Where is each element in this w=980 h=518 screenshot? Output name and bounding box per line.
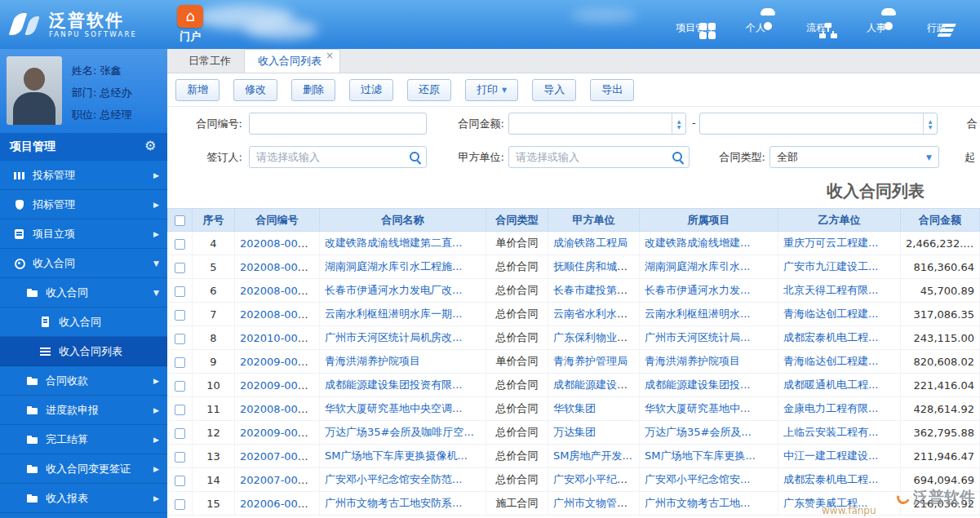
- contract-no-input[interactable]: [249, 113, 427, 135]
- print-button[interactable]: 打印▼: [465, 79, 518, 101]
- project-link[interactable]: 青海洪湖养护院项目: [645, 355, 740, 367]
- sidebar-item-progress-payment[interactable]: 进度款申报▶: [0, 396, 167, 425]
- sidebar-item-contract-change-visa[interactable]: 收入合同变更签证▶: [0, 454, 167, 484]
- contract-code-link[interactable]: 202009-00005: [240, 379, 318, 392]
- tab-income-contract-list[interactable]: 收入合同列表: [244, 49, 340, 73]
- contract-code-link[interactable]: 202007-00002: [240, 474, 318, 486]
- contract-code-link[interactable]: 202009-00004: [240, 427, 318, 439]
- header-nav-project-management[interactable]: 项目管理: [672, 19, 719, 35]
- sidebar-item-income-contract-group[interactable]: 收入合同▼: [0, 278, 167, 308]
- party-b-link[interactable]: 成都暖通机电工程...: [783, 379, 878, 391]
- project-link[interactable]: 改建铁路成渝线增建...: [645, 237, 750, 249]
- row-checkbox[interactable]: [175, 310, 185, 321]
- party-a-link[interactable]: 广州市文物管理研...: [553, 497, 640, 509]
- select-all-checkbox[interactable]: [175, 215, 185, 226]
- contract-code-link[interactable]: 202007-00003: [240, 450, 318, 463]
- party-b-link[interactable]: 青海临达创工程建...: [783, 355, 878, 367]
- row-checkbox[interactable]: [175, 499, 185, 510]
- party-a-link[interactable]: 万达集团: [553, 426, 596, 438]
- party-a-link[interactable]: 成都能源建设集...: [553, 379, 637, 391]
- project-link[interactable]: SM广场地下车库更换...: [645, 449, 756, 462]
- spinner-arrows-icon[interactable]: ▲▼: [672, 113, 685, 134]
- sidebar-section-header[interactable]: 项目管理: [0, 133, 167, 161]
- project-link[interactable]: 成都能源建设集团投...: [645, 379, 750, 391]
- party-a-link[interactable]: 华软集团: [553, 402, 596, 414]
- contract-code-link[interactable]: 202009-00006: [240, 356, 318, 368]
- party-a-input[interactable]: [508, 146, 690, 168]
- party-a-link[interactable]: 云南省水利水电...: [553, 308, 637, 320]
- party-b-link[interactable]: 上临云安装工程有...: [783, 426, 878, 438]
- sidebar-item-income-contract-entry[interactable]: 收入合同: [0, 308, 167, 337]
- sidebar-item-income-report[interactable]: 收入报表▶: [0, 484, 167, 513]
- row-checkbox[interactable]: [175, 263, 185, 273]
- project-link[interactable]: 云南水利枢纽潜明水...: [645, 308, 750, 320]
- gear-icon[interactable]: [144, 140, 157, 153]
- add-button[interactable]: 新增: [175, 79, 220, 101]
- sidebar-item-project-initiation[interactable]: 项目立项▶: [0, 219, 167, 249]
- filter-button[interactable]: 过滤: [349, 79, 393, 101]
- row-checkbox[interactable]: [175, 239, 185, 250]
- contract-name-link[interactable]: 万达广场35#会所及咖啡厅空...: [325, 426, 474, 438]
- party-a-link[interactable]: SM房地产开发...: [553, 449, 632, 462]
- restore-button[interactable]: 还原: [407, 79, 451, 101]
- row-checkbox[interactable]: [175, 428, 185, 439]
- party-a-link[interactable]: 广安邓小平纪念...: [553, 473, 637, 485]
- project-link[interactable]: 广安邓小平纪念馆安...: [645, 473, 750, 485]
- contract-code-link[interactable]: 202008-00005: [240, 403, 318, 415]
- party-b-link[interactable]: 重庆万可云工程建...: [783, 237, 878, 249]
- row-checkbox[interactable]: [175, 286, 185, 297]
- party-a-link[interactable]: 广东保利物业管...: [553, 331, 637, 343]
- contract-code-link[interactable]: 202008-00009: [240, 237, 318, 250]
- amount-to-input[interactable]: [699, 113, 938, 135]
- contract-code-link[interactable]: 202008-00007: [240, 285, 318, 297]
- party-a-link[interactable]: 成渝铁路工程局: [553, 237, 627, 249]
- row-checkbox[interactable]: [175, 476, 185, 486]
- spinner-arrows-icon[interactable]: ▲▼: [923, 113, 937, 134]
- export-button[interactable]: 导出: [590, 79, 634, 101]
- contract-code-link[interactable]: 202008-00006: [240, 308, 318, 321]
- row-checkbox[interactable]: [175, 405, 185, 415]
- header-nav-hr[interactable]: 人事: [853, 19, 900, 35]
- sidebar-item-completion-settlement[interactable]: 完工结算▶: [0, 425, 167, 454]
- header-nav-personal[interactable]: 个人: [732, 19, 779, 35]
- contract-code-link[interactable]: 202010-00007: [240, 332, 318, 344]
- signer-input[interactable]: [249, 146, 427, 168]
- party-b-link[interactable]: 广东赞美威工程...: [783, 497, 867, 509]
- contract-type-select[interactable]: 全部 ▼: [769, 146, 939, 168]
- party-a-link[interactable]: 青海养护管理局: [553, 355, 627, 367]
- contract-name-link[interactable]: 广州市天河区统计局机房改...: [325, 331, 462, 343]
- header-nav-admin[interactable]: 行政: [913, 19, 960, 35]
- party-b-link[interactable]: 金康电力工程有限...: [783, 402, 878, 414]
- row-checkbox[interactable]: [175, 334, 185, 344]
- search-icon[interactable]: [672, 151, 685, 164]
- party-b-link[interactable]: 北京天得工程有限...: [783, 284, 878, 296]
- contract-name-link[interactable]: 云南水利枢纽潜明水库一期...: [325, 308, 462, 320]
- contract-name-link[interactable]: 湖南洞庭湖水库引水工程施...: [325, 260, 462, 272]
- sidebar-item-tender-management[interactable]: 招标管理▶: [0, 190, 167, 219]
- sidebar-item-bid-management[interactable]: 投标管理▶: [0, 161, 167, 190]
- header-nav-clipped[interactable]: [973, 19, 980, 21]
- close-icon[interactable]: [326, 51, 335, 60]
- party-b-link[interactable]: 成都宏泰机电工程...: [783, 331, 878, 343]
- portal-button[interactable]: 门户: [171, 5, 209, 44]
- sidebar-item-contract-collection[interactable]: 合同收款▶: [0, 366, 167, 396]
- party-a-link[interactable]: 抚顺住房和城乡...: [553, 260, 637, 272]
- sidebar-item-income-contract-list[interactable]: 收入合同列表: [0, 337, 167, 366]
- contract-name-link[interactable]: 华软大厦研究基地中央空调...: [325, 402, 462, 414]
- header-nav-process[interactable]: 流程: [792, 19, 840, 35]
- row-checkbox[interactable]: [175, 452, 185, 463]
- party-a-link[interactable]: 长春市建投第一...: [553, 284, 637, 296]
- contract-name-link[interactable]: 广安邓小平纪念馆安全防范...: [325, 473, 462, 485]
- contract-name-link[interactable]: 青海洪湖养护院项目: [325, 355, 420, 367]
- project-link[interactable]: 广州市文物考古工地...: [645, 497, 750, 509]
- project-link[interactable]: 广州市天河区统计局...: [645, 331, 750, 343]
- delete-button[interactable]: 删除: [291, 79, 335, 101]
- contract-name-link[interactable]: SM广场地下车库更换摄像机...: [325, 449, 468, 462]
- party-b-link[interactable]: 青海临达创工程建...: [783, 308, 878, 320]
- party-b-link[interactable]: 广安市九江建设工...: [783, 260, 878, 272]
- row-checkbox[interactable]: [175, 357, 185, 368]
- project-link[interactable]: 长春市伊通河水力发...: [645, 284, 750, 296]
- project-link[interactable]: 华软大厦研究基地中...: [645, 402, 750, 414]
- import-button[interactable]: 导入: [532, 79, 576, 101]
- sidebar-item-income-contract[interactable]: 收入合同▼: [0, 249, 167, 278]
